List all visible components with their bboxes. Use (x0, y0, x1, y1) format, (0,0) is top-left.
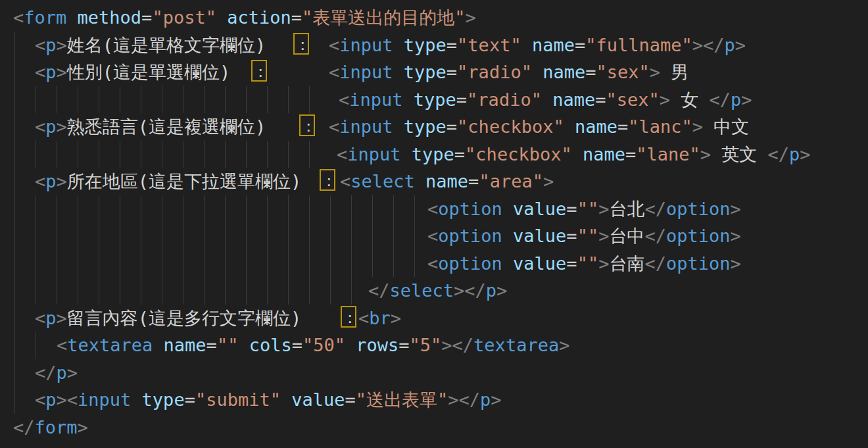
code-token: option (666, 226, 731, 246)
code-segment: </select></p> (368, 277, 507, 305)
code-token: = (345, 389, 356, 410)
indent-guide (57, 250, 57, 278)
code-token: method (78, 7, 142, 28)
indent-guide (225, 222, 226, 250)
code-line[interactable]: ：<p>所在地區(這是下拉選單欄位)<select name="area"> (0, 168, 868, 195)
code-segment: <p>姓名(這是單格文字欄位) (35, 32, 266, 59)
code-line[interactable]: ：<p>姓名(這是單格文字欄位)<input type="text" name=… (0, 32, 868, 59)
indent-guide (246, 250, 247, 278)
code-line[interactable]: </form> (0, 414, 868, 441)
code-token: value (291, 389, 345, 410)
code-token: 台中 (609, 226, 644, 246)
indent-guide (414, 195, 415, 223)
indent-guide (246, 195, 247, 223)
code-token: > (441, 335, 452, 355)
indent-guide (183, 222, 183, 250)
code-line[interactable]: <input type="checkbox" name="lane"> 英文 <… (0, 141, 868, 168)
indent-guide (393, 250, 394, 278)
indent-guide (78, 250, 78, 278)
code-token: = (292, 335, 302, 355)
indent-guide (330, 250, 331, 278)
code-line[interactable]: <option value="">台中</option> (0, 222, 868, 250)
code-token: > (491, 389, 501, 410)
code-segment: <select name="area"> (340, 168, 554, 195)
code-token: "checkbox" (465, 144, 572, 164)
code-line[interactable]: ：<p>留言內容(這是多行文字欄位)<br> (0, 305, 868, 332)
indent-guide (246, 141, 247, 168)
code-token: "5" (410, 335, 442, 355)
code-token: < (35, 389, 45, 410)
unicode-highlight-box: ： (251, 60, 267, 82)
code-token: > (454, 280, 464, 301)
indent-guide (120, 141, 120, 168)
indent-guide (36, 222, 36, 250)
code-line[interactable]: </select></p> (0, 277, 868, 305)
indent-guide (99, 277, 99, 305)
code-line[interactable]: <input type="radio" name="sex"> 女 </p> (0, 86, 868, 114)
code-token: < (329, 62, 339, 82)
code-token (393, 35, 404, 55)
indent-guide (372, 222, 373, 250)
indent-guide (204, 141, 205, 168)
code-token: rows (356, 335, 398, 355)
indent-guide (14, 86, 15, 114)
code-token: > (800, 144, 810, 164)
indent-guide (204, 250, 205, 278)
indent-guide (330, 277, 331, 305)
code-line[interactable]: <textarea name="" cols="50" rows="5"></t… (0, 332, 868, 359)
code-token: value (513, 226, 566, 246)
code-token (542, 89, 552, 110)
code-token: < (329, 116, 339, 137)
code-token: > (692, 116, 703, 137)
code-token (502, 199, 513, 219)
code-token: input (339, 116, 393, 137)
code-token: > (67, 362, 78, 383)
code-editor[interactable]: <form method="post" action="表單送出的目的地">：<… (0, 0, 868, 448)
code-token: </ (644, 199, 666, 219)
code-token: < (339, 89, 349, 110)
code-token (66, 7, 77, 28)
indent-guide (162, 277, 162, 305)
code-token: < (35, 35, 45, 55)
indent-guide (267, 250, 268, 278)
code-token: 男 (660, 62, 688, 82)
code-token: "" (577, 199, 599, 219)
indent-guide (120, 195, 120, 223)
code-line[interactable]: ：<p>熟悉語言(這是複選欄位)<input type="checkbox" n… (0, 113, 868, 141)
indent-guide (14, 386, 15, 414)
code-token: "送出表單" (356, 389, 448, 410)
code-segment: <input type="radio" name="sex"> 男 (329, 59, 688, 86)
code-token: </ (368, 280, 390, 301)
code-line[interactable]: ：<p>性別(這是單選欄位)<input type="radio" name="… (0, 59, 868, 86)
indent-guide (14, 222, 15, 250)
code-token: "post" (152, 7, 216, 28)
code-token: input (349, 89, 402, 110)
indent-guide (351, 277, 352, 305)
code-segment: <input type="radio" name="sex"> 女 </p> (339, 86, 752, 114)
code-token: textarea (67, 335, 153, 355)
code-token: textarea (473, 335, 559, 355)
indent-guide (78, 86, 78, 114)
code-line[interactable]: </p> (0, 359, 868, 387)
code-token: p (45, 389, 56, 410)
code-token: "radio" (457, 62, 532, 82)
indent-guide (14, 32, 15, 59)
code-line[interactable]: <form method="post" action="表單送出的目的地"> (0, 4, 868, 32)
indent-guide (57, 141, 57, 168)
code-line[interactable]: <option value="">台北</option> (0, 195, 868, 223)
code-line[interactable]: <p><input type="submit" value="送出表單"></p… (0, 386, 868, 414)
code-token: action (227, 7, 291, 28)
code-segment: <option value="">台中</option> (427, 222, 741, 250)
indent-guide (309, 222, 310, 250)
code-token (521, 35, 532, 55)
code-token: "text" (457, 35, 521, 55)
indent-guide (183, 277, 183, 305)
code-line[interactable]: <option value="">台南</option> (0, 250, 868, 278)
indent-guide (14, 113, 15, 141)
indent-guide (414, 222, 415, 250)
indent-guide (36, 277, 36, 305)
code-token: "fullname" (585, 35, 692, 55)
indent-guide (120, 277, 120, 305)
code-segment: <p>留言內容(這是多行文字欄位) (35, 305, 301, 332)
indent-guide (120, 250, 120, 278)
